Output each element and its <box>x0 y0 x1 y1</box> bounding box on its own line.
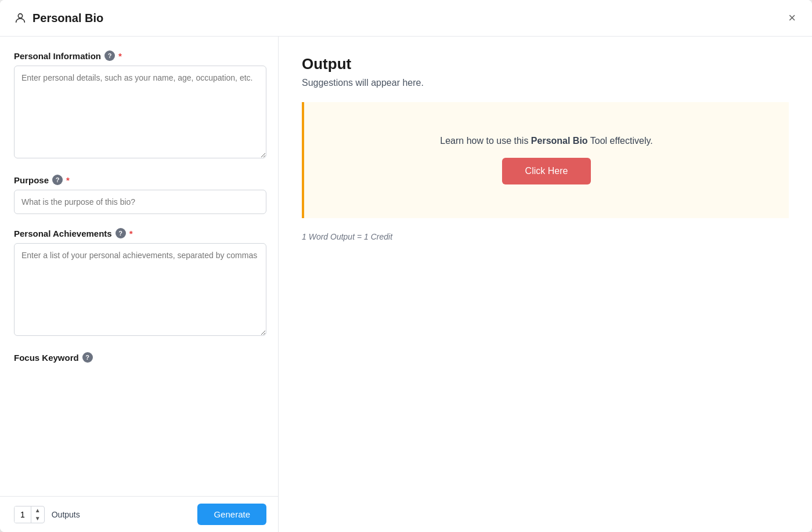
personal-achievements-label: Personal Achievements <box>14 229 112 238</box>
personal-achievements-textarea[interactable] <box>14 243 266 336</box>
stepper-up-button[interactable]: ▲ <box>31 506 44 515</box>
focus-keyword-help-icon[interactable]: ? <box>82 352 93 363</box>
click-here-button[interactable]: Click Here <box>502 158 591 184</box>
info-text-plain: Learn how to use this <box>440 136 531 146</box>
left-panel: Personal Information ? * Purpose ? * <box>0 37 279 532</box>
generate-button[interactable]: Generate <box>197 504 266 525</box>
right-panel: Output Suggestions will appear here. Lea… <box>279 37 812 532</box>
personal-achievements-required: * <box>129 229 133 238</box>
stepper-down-button[interactable]: ▼ <box>31 515 44 523</box>
info-text-bold: Personal Bio <box>531 136 588 146</box>
field-label-personal-information: Personal Information ? * <box>14 50 266 61</box>
outputs-label: Outputs <box>52 510 80 519</box>
field-group-personal-achievements: Personal Achievements ? * <box>14 228 266 338</box>
info-box: Learn how to use this Personal Bio Tool … <box>302 102 789 218</box>
left-panel-scroll: Personal Information ? * Purpose ? * <box>0 37 278 496</box>
modal-body: Personal Information ? * Purpose ? * <box>0 37 812 532</box>
modal-header: Personal Bio × <box>0 0 812 37</box>
field-group-personal-information: Personal Information ? * <box>14 50 266 161</box>
credit-note: 1 Word Output = 1 Credit <box>302 232 789 241</box>
header-left: Personal Bio <box>14 12 103 25</box>
focus-keyword-label: Focus Keyword <box>14 353 79 363</box>
modal-title: Personal Bio <box>33 12 103 25</box>
personal-information-label: Personal Information <box>14 51 101 61</box>
personal-achievements-help-icon[interactable]: ? <box>116 228 126 238</box>
info-text-suffix: Tool effectively. <box>588 136 653 146</box>
purpose-required: * <box>66 175 70 185</box>
info-box-text: Learn how to use this Personal Bio Tool … <box>440 136 652 146</box>
left-panel-footer: 1 ▲ ▼ Outputs Generate <box>0 496 278 532</box>
field-label-purpose: Purpose ? * <box>14 175 266 185</box>
modal-container: Personal Bio × Personal Information ? * <box>0 0 812 532</box>
outputs-stepper[interactable]: 1 ▲ ▼ <box>14 506 45 523</box>
field-label-personal-achievements: Personal Achievements ? * <box>14 228 266 238</box>
purpose-help-icon[interactable]: ? <box>52 175 63 185</box>
stepper-controls: ▲ ▼ <box>31 506 44 523</box>
close-button[interactable]: × <box>786 9 798 27</box>
purpose-label: Purpose <box>14 175 49 185</box>
field-label-focus-keyword: Focus Keyword ? <box>14 352 266 363</box>
personal-information-textarea[interactable] <box>14 66 266 158</box>
svg-point-0 <box>18 14 22 18</box>
stepper-value: 1 <box>15 506 31 523</box>
person-icon <box>14 12 27 24</box>
field-group-purpose: Purpose ? * <box>14 175 266 214</box>
personal-information-required: * <box>118 51 122 61</box>
output-title: Output <box>302 55 789 73</box>
purpose-input[interactable] <box>14 190 266 214</box>
output-subtitle: Suggestions will appear here. <box>302 78 789 88</box>
personal-information-help-icon[interactable]: ? <box>104 50 115 61</box>
field-group-focus-keyword: Focus Keyword ? <box>14 352 266 363</box>
